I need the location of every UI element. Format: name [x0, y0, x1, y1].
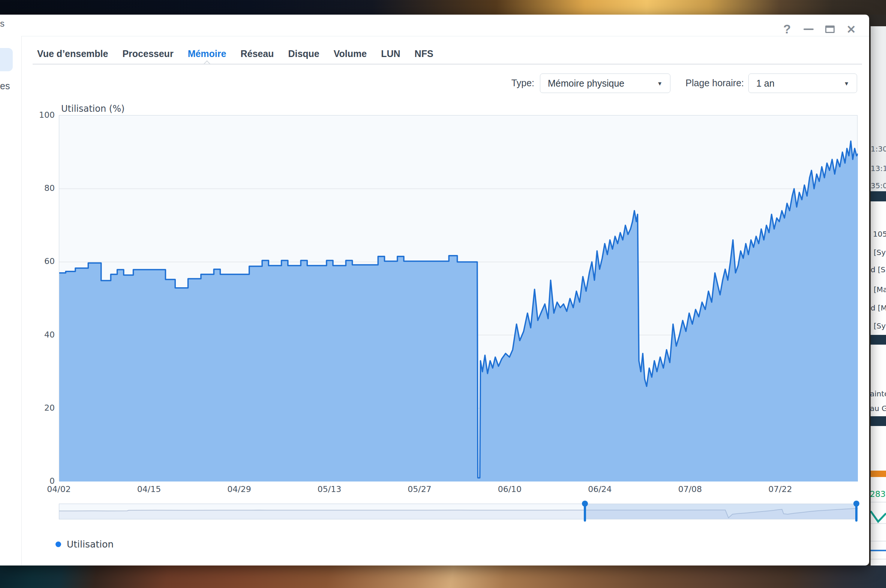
time-range-dropdown[interactable]: 1 an ▼: [748, 74, 857, 93]
x-tick-label: 06/24: [588, 484, 612, 494]
x-tick-label: 07/22: [768, 484, 792, 494]
wallpaper-bottom: [0, 566, 886, 588]
y-tick-label: 100: [0, 110, 55, 120]
bg-window-text-fragment: ainte: [870, 389, 886, 398]
tab-processeur[interactable]: Processeur: [122, 48, 173, 60]
bg-window-orange-bar: [871, 471, 886, 477]
sidebar-selected-item[interactable]: [0, 48, 13, 71]
titlebar-divider: [21, 36, 869, 36]
bg-window-text-fragment: [Ma: [874, 285, 886, 294]
chevron-down-icon: ▼: [657, 80, 663, 87]
chevron-down-icon: ▼: [844, 80, 849, 87]
bg-window-text-fragment: 283.: [870, 489, 886, 499]
bg-window-text-fragment: 105: [873, 230, 886, 238]
bg-window-gridline: [871, 559, 886, 560]
tab-r-seau[interactable]: Réseau: [240, 48, 274, 60]
help-icon[interactable]: ?: [780, 21, 795, 37]
bg-window-text-fragment: [Sy: [874, 248, 886, 257]
type-dropdown-value: Mémoire physique: [548, 78, 624, 89]
time-range-dropdown-value: 1 an: [756, 78, 775, 89]
x-tick-label: 05/13: [318, 484, 341, 494]
wallpaper-top: [0, 0, 886, 15]
x-tick-label: 04/15: [137, 484, 161, 494]
bg-window-text-fragment: d [S: [871, 265, 886, 274]
window-title-fragment: s: [0, 18, 4, 29]
slider-right-handle[interactable]: [855, 501, 858, 522]
tab-lun[interactable]: LUN: [381, 48, 400, 60]
bg-window-teal-line: [871, 508, 886, 525]
y-tick-label: 0: [0, 476, 55, 486]
bg-window-text-fragment: 13:1: [871, 164, 886, 173]
type-dropdown[interactable]: Mémoire physique ▼: [540, 74, 670, 93]
slider-left-handle[interactable]: [584, 501, 586, 522]
time-range-slider[interactable]: [59, 504, 858, 519]
type-label: Type:: [499, 78, 534, 88]
tab-volume[interactable]: Volume: [334, 48, 367, 60]
bg-window-gridline: [871, 541, 886, 542]
tab-bar: Vue d’ensembleProcesseurMémoireRéseauDis…: [37, 48, 433, 60]
tab-nfs[interactable]: NFS: [415, 48, 433, 60]
resource-monitor-window: s ? ✕ es Vue d’ensembleProcesseurMémoire…: [0, 15, 869, 566]
legend-utilisation-label: Utilisation: [67, 539, 114, 550]
close-icon[interactable]: ✕: [844, 21, 859, 37]
chart-title: Utilisation (%): [61, 104, 124, 114]
sidebar-item-label-fragment: es: [0, 81, 10, 92]
bg-window-text-fragment: 1:30: [871, 144, 886, 153]
bg-window-blue-line: [871, 550, 886, 551]
tab-underline: [33, 64, 862, 64]
bg-window-header-bar: [871, 416, 886, 426]
x-tick-label: 06/10: [498, 484, 522, 494]
y-tick-label: 40: [0, 330, 55, 339]
bg-window-header-bar: [871, 191, 886, 201]
background-window-edge[interactable]: 1:3013:135:0105[Syd [S[Mad [M[Syainteau …: [871, 26, 886, 566]
memory-usage-chart[interactable]: [59, 115, 858, 481]
x-tick-label: 07/08: [678, 484, 702, 494]
bg-window-text-fragment: 35:0: [871, 181, 886, 190]
minimize-icon[interactable]: [801, 21, 816, 37]
tab-vue-d-ensemble[interactable]: Vue d’ensemble: [37, 48, 108, 60]
legend: Utilisation: [55, 539, 114, 550]
y-axis: 100806040200: [0, 115, 55, 481]
tab-m-moire[interactable]: Mémoire: [188, 48, 226, 60]
x-axis: 04/0204/1504/2905/1305/2706/1006/2407/08…: [59, 484, 858, 496]
x-tick-label: 04/02: [47, 484, 70, 494]
bg-window-text-fragment: au G: [870, 404, 886, 413]
bg-window-header-bar: [871, 335, 886, 345]
y-tick-label: 80: [0, 183, 55, 193]
bg-window-text-fragment: [Sy: [874, 321, 886, 330]
bg-window-gridline: [871, 502, 886, 502]
window-controls: ? ✕: [780, 21, 859, 37]
y-tick-label: 20: [0, 403, 55, 412]
time-range-label: Plage horaire:: [679, 78, 744, 88]
maximize-icon[interactable]: [822, 21, 837, 37]
slider-selection[interactable]: [585, 504, 857, 519]
x-tick-label: 05/27: [408, 484, 431, 494]
x-tick-label: 04/29: [227, 484, 251, 494]
bg-window-text-fragment: d [M: [871, 303, 886, 312]
y-tick-label: 60: [0, 256, 55, 266]
tab-disque[interactable]: Disque: [288, 48, 319, 60]
legend-utilisation-dot: [55, 542, 61, 547]
